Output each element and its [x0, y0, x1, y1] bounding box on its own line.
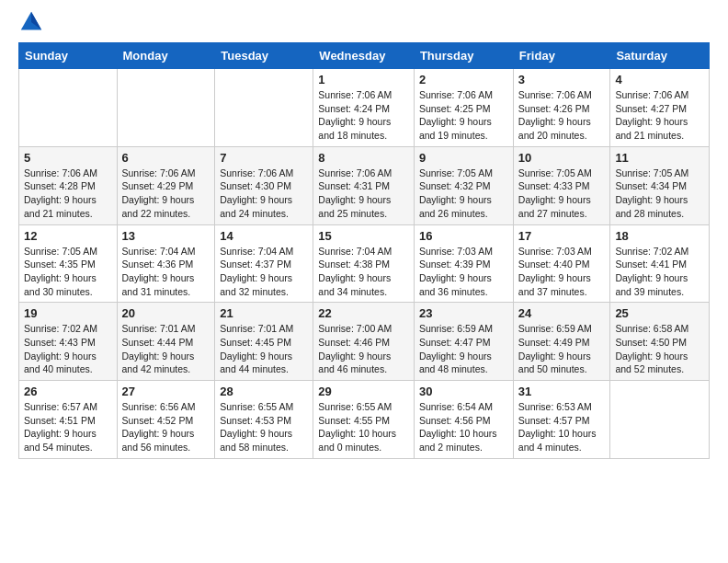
day-number: 4 — [615, 73, 704, 86]
day-info: Sunrise: 7:06 AM Sunset: 4:24 PM Dayligh… — [318, 88, 409, 143]
day-number: 24 — [518, 306, 606, 320]
day-number: 5 — [24, 151, 112, 165]
weekday-header-wednesday: Wednesday — [313, 43, 415, 69]
day-number: 13 — [122, 229, 210, 243]
day-number: 20 — [122, 306, 210, 320]
day-info: Sunrise: 6:59 AM Sunset: 4:49 PM Dayligh… — [518, 322, 606, 376]
calendar-cell: 12Sunrise: 7:05 AM Sunset: 4:35 PM Dayli… — [19, 224, 118, 303]
calendar-cell: 20Sunrise: 7:01 AM Sunset: 4:44 PM Dayli… — [117, 303, 215, 381]
day-number: 6 — [122, 151, 210, 165]
calendar-cell: 30Sunrise: 6:54 AM Sunset: 4:56 PM Dayli… — [414, 381, 513, 459]
day-info: Sunrise: 7:05 AM Sunset: 4:35 PM Dayligh… — [24, 245, 112, 299]
day-number: 3 — [518, 73, 606, 86]
day-number: 8 — [318, 151, 409, 165]
calendar-cell: 14Sunrise: 7:04 AM Sunset: 4:37 PM Dayli… — [215, 224, 313, 303]
weekday-header-monday: Monday — [117, 43, 215, 69]
day-info: Sunrise: 7:06 AM Sunset: 4:27 PM Dayligh… — [615, 88, 704, 143]
day-number: 9 — [419, 151, 508, 165]
day-info: Sunrise: 7:06 AM Sunset: 4:30 PM Dayligh… — [220, 167, 308, 221]
calendar-week-row: 19Sunrise: 7:02 AM Sunset: 4:43 PM Dayli… — [19, 303, 710, 381]
weekday-header-thursday: Thursday — [414, 43, 513, 69]
day-number: 17 — [518, 229, 606, 243]
calendar-cell: 11Sunrise: 7:05 AM Sunset: 4:34 PM Dayli… — [610, 146, 710, 224]
day-info: Sunrise: 7:01 AM Sunset: 4:45 PM Dayligh… — [220, 322, 308, 376]
calendar-cell: 28Sunrise: 6:55 AM Sunset: 4:53 PM Dayli… — [215, 381, 313, 459]
calendar-cell: 10Sunrise: 7:05 AM Sunset: 4:33 PM Dayli… — [513, 146, 610, 224]
day-info: Sunrise: 7:02 AM Sunset: 4:43 PM Dayligh… — [24, 322, 112, 376]
day-info: Sunrise: 6:55 AM Sunset: 4:53 PM Dayligh… — [220, 400, 308, 454]
day-info: Sunrise: 6:55 AM Sunset: 4:55 PM Dayligh… — [318, 400, 409, 454]
calendar-cell: 17Sunrise: 7:03 AM Sunset: 4:40 PM Dayli… — [513, 224, 610, 303]
calendar-week-row: 26Sunrise: 6:57 AM Sunset: 4:51 PM Dayli… — [19, 381, 710, 459]
calendar-cell: 19Sunrise: 7:02 AM Sunset: 4:43 PM Dayli… — [19, 303, 118, 381]
day-number: 14 — [220, 229, 308, 243]
day-number: 27 — [122, 385, 210, 398]
day-number: 22 — [318, 306, 409, 320]
day-number: 26 — [24, 385, 112, 398]
calendar-cell: 26Sunrise: 6:57 AM Sunset: 4:51 PM Dayli… — [19, 381, 118, 459]
calendar-cell: 31Sunrise: 6:53 AM Sunset: 4:57 PM Dayli… — [513, 381, 610, 459]
day-info: Sunrise: 6:57 AM Sunset: 4:51 PM Dayligh… — [24, 400, 112, 454]
day-number: 28 — [220, 385, 308, 398]
weekday-header-sunday: Sunday — [19, 43, 118, 69]
calendar-cell: 13Sunrise: 7:04 AM Sunset: 4:36 PM Dayli… — [117, 224, 215, 303]
day-info: Sunrise: 7:00 AM Sunset: 4:46 PM Dayligh… — [318, 322, 409, 376]
page: SundayMondayTuesdayWednesdayThursdayFrid… — [0, 0, 728, 468]
day-number: 15 — [318, 229, 409, 243]
calendar-cell: 25Sunrise: 6:58 AM Sunset: 4:50 PM Dayli… — [610, 303, 710, 381]
day-info: Sunrise: 7:05 AM Sunset: 4:34 PM Dayligh… — [615, 167, 704, 221]
day-number: 18 — [615, 229, 704, 243]
logo — [18, 9, 48, 35]
day-info: Sunrise: 6:58 AM Sunset: 4:50 PM Dayligh… — [615, 322, 704, 376]
calendar-cell: 2Sunrise: 7:06 AM Sunset: 4:25 PM Daylig… — [414, 69, 513, 147]
header — [18, 9, 710, 35]
day-info: Sunrise: 7:05 AM Sunset: 4:32 PM Dayligh… — [419, 167, 508, 221]
day-info: Sunrise: 6:54 AM Sunset: 4:56 PM Dayligh… — [419, 400, 508, 454]
day-info: Sunrise: 7:04 AM Sunset: 4:36 PM Dayligh… — [122, 245, 210, 299]
day-number: 1 — [318, 73, 409, 86]
day-number: 19 — [24, 306, 112, 320]
day-number: 2 — [419, 73, 508, 86]
day-info: Sunrise: 7:02 AM Sunset: 4:41 PM Dayligh… — [615, 245, 704, 299]
day-info: Sunrise: 7:03 AM Sunset: 4:39 PM Dayligh… — [419, 245, 508, 299]
weekday-header-row: SundayMondayTuesdayWednesdayThursdayFrid… — [19, 43, 710, 69]
weekday-header-saturday: Saturday — [610, 43, 710, 69]
day-info: Sunrise: 7:06 AM Sunset: 4:26 PM Dayligh… — [518, 88, 606, 143]
day-number: 30 — [419, 385, 508, 398]
day-info: Sunrise: 7:04 AM Sunset: 4:38 PM Dayligh… — [318, 245, 409, 299]
day-info: Sunrise: 6:56 AM Sunset: 4:52 PM Dayligh… — [122, 400, 210, 454]
calendar-week-row: 5Sunrise: 7:06 AM Sunset: 4:28 PM Daylig… — [19, 146, 710, 224]
day-number: 29 — [318, 385, 409, 398]
logo-icon — [18, 9, 44, 35]
day-info: Sunrise: 7:06 AM Sunset: 4:28 PM Dayligh… — [24, 167, 112, 221]
day-number: 16 — [419, 229, 508, 243]
weekday-header-tuesday: Tuesday — [215, 43, 313, 69]
calendar-cell: 16Sunrise: 7:03 AM Sunset: 4:39 PM Dayli… — [414, 224, 513, 303]
day-info: Sunrise: 7:04 AM Sunset: 4:37 PM Dayligh… — [220, 245, 308, 299]
calendar-cell: 3Sunrise: 7:06 AM Sunset: 4:26 PM Daylig… — [513, 69, 610, 147]
calendar-cell: 6Sunrise: 7:06 AM Sunset: 4:29 PM Daylig… — [117, 146, 215, 224]
day-info: Sunrise: 7:03 AM Sunset: 4:40 PM Dayligh… — [518, 245, 606, 299]
calendar-cell: 8Sunrise: 7:06 AM Sunset: 4:31 PM Daylig… — [313, 146, 415, 224]
day-number: 11 — [615, 151, 704, 165]
day-info: Sunrise: 7:06 AM Sunset: 4:29 PM Dayligh… — [122, 167, 210, 221]
day-number: 21 — [220, 306, 308, 320]
calendar-week-row: 12Sunrise: 7:05 AM Sunset: 4:35 PM Dayli… — [19, 224, 710, 303]
day-number: 12 — [24, 229, 112, 243]
calendar-cell — [610, 381, 710, 459]
calendar-cell: 4Sunrise: 7:06 AM Sunset: 4:27 PM Daylig… — [610, 69, 710, 147]
day-info: Sunrise: 7:05 AM Sunset: 4:33 PM Dayligh… — [518, 167, 606, 221]
calendar-cell: 5Sunrise: 7:06 AM Sunset: 4:28 PM Daylig… — [19, 146, 118, 224]
calendar-table: SundayMondayTuesdayWednesdayThursdayFrid… — [18, 42, 710, 459]
calendar-cell: 7Sunrise: 7:06 AM Sunset: 4:30 PM Daylig… — [215, 146, 313, 224]
calendar-cell: 27Sunrise: 6:56 AM Sunset: 4:52 PM Dayli… — [117, 381, 215, 459]
day-info: Sunrise: 6:53 AM Sunset: 4:57 PM Dayligh… — [518, 400, 606, 454]
calendar-cell: 21Sunrise: 7:01 AM Sunset: 4:45 PM Dayli… — [215, 303, 313, 381]
day-info: Sunrise: 7:01 AM Sunset: 4:44 PM Dayligh… — [122, 322, 210, 376]
day-number: 31 — [518, 385, 606, 398]
calendar-cell: 23Sunrise: 6:59 AM Sunset: 4:47 PM Dayli… — [414, 303, 513, 381]
calendar-cell — [215, 69, 313, 147]
calendar-cell: 1Sunrise: 7:06 AM Sunset: 4:24 PM Daylig… — [313, 69, 415, 147]
day-number: 25 — [615, 306, 704, 320]
calendar-cell: 9Sunrise: 7:05 AM Sunset: 4:32 PM Daylig… — [414, 146, 513, 224]
